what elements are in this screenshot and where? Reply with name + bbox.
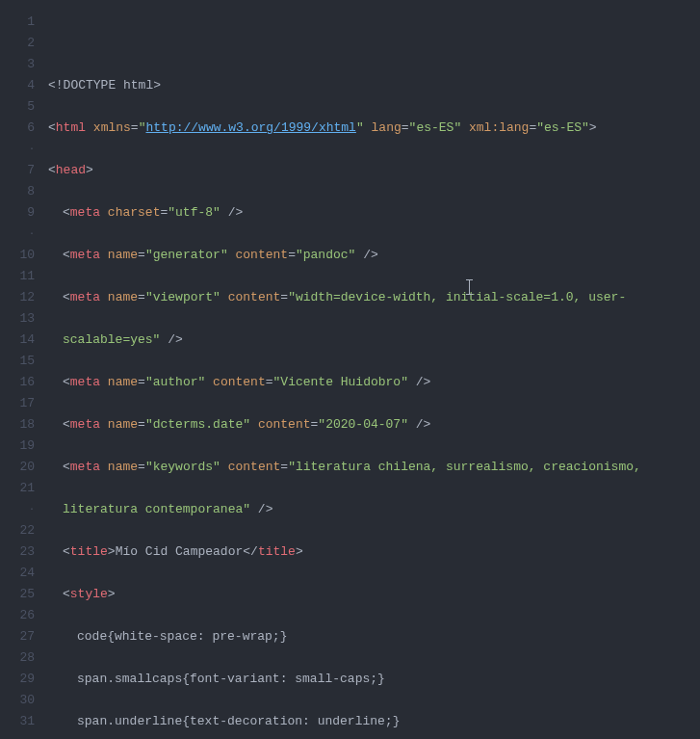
line-number: 4 xyxy=(0,75,35,96)
code-line[interactable]: <meta name="keywords" content="literatur… xyxy=(48,457,700,478)
line-number: 27 xyxy=(0,626,35,647)
line-number-gutter: 1 2 3 4 5 6 · 7 8 9 · 10 11 12 13 14 15 … xyxy=(0,0,44,739)
xmlns-link[interactable]: http://www.w3.org/1999/xhtml xyxy=(145,120,355,135)
code-line[interactable]: <head> xyxy=(48,160,700,181)
line-number: 20 xyxy=(0,457,35,478)
line-number: 14 xyxy=(0,330,35,351)
code-editor[interactable]: 1 2 3 4 5 6 · 7 8 9 · 10 11 12 13 14 15 … xyxy=(0,0,700,739)
code-line[interactable]: <meta name="dcterms.date" content="2020-… xyxy=(48,414,700,435)
code-line[interactable]: <!DOCTYPE html> xyxy=(48,75,700,96)
line-number: 1 xyxy=(0,12,35,33)
code-line[interactable]: code{white-space: pre-wrap;} xyxy=(48,626,700,647)
wrap-indicator: · xyxy=(0,499,35,520)
code-line[interactable]: scalable=yes" /> xyxy=(48,330,700,351)
line-number: 30 xyxy=(0,690,35,711)
code-area[interactable]: <!DOCTYPE html> <html xmlns="http://www.… xyxy=(44,0,700,739)
code-line[interactable]: span.smallcaps{font-variant: small-caps;… xyxy=(48,669,700,690)
line-number: 28 xyxy=(0,647,35,669)
code-line[interactable]: <meta name="generator" content="pandoc" … xyxy=(48,245,700,266)
line-number: 23 xyxy=(0,541,35,563)
line-number: 17 xyxy=(0,393,35,414)
line-number: 10 xyxy=(0,245,35,266)
code-line[interactable]: span.underline{text-decoration: underlin… xyxy=(48,711,700,732)
line-number: 3 xyxy=(0,54,35,75)
line-number: 6 xyxy=(0,118,35,139)
line-number: 25 xyxy=(0,584,35,605)
line-number: 5 xyxy=(0,96,35,118)
line-number: 15 xyxy=(0,351,35,372)
line-number: 22 xyxy=(0,520,35,541)
code-line[interactable]: <title>Mío Cid Campeador</title> xyxy=(48,541,700,563)
line-number: 2 xyxy=(0,33,35,54)
code-line[interactable]: literatura contemporanea" /> xyxy=(48,499,700,520)
code-line[interactable]: <meta name="viewport" content="width=dev… xyxy=(48,287,700,308)
line-number: 9 xyxy=(0,202,35,224)
line-number: 29 xyxy=(0,669,35,690)
line-number: 31 xyxy=(0,711,35,732)
wrap-indicator: · xyxy=(0,139,35,160)
line-number: 12 xyxy=(0,287,35,308)
line-number: 26 xyxy=(0,605,35,626)
line-number: 13 xyxy=(0,308,35,330)
line-number: 8 xyxy=(0,181,35,202)
line-number: 16 xyxy=(0,372,35,393)
wrap-indicator: · xyxy=(0,224,35,245)
line-number: 18 xyxy=(0,414,35,435)
line-number: 7 xyxy=(0,160,35,181)
code-line[interactable]: <meta charset="utf-8" /> xyxy=(48,202,700,224)
line-number: 24 xyxy=(0,563,35,584)
line-number: 19 xyxy=(0,435,35,457)
code-line[interactable]: <style> xyxy=(48,584,700,605)
code-line[interactable]: <meta name="author" content="Vicente Hui… xyxy=(48,372,700,393)
line-number: 11 xyxy=(0,266,35,287)
line-number: 21 xyxy=(0,478,35,499)
code-line[interactable]: <html xmlns="http://www.w3.org/1999/xhtm… xyxy=(48,118,700,139)
doctype-text: <!DOCTYPE html> xyxy=(48,78,161,92)
